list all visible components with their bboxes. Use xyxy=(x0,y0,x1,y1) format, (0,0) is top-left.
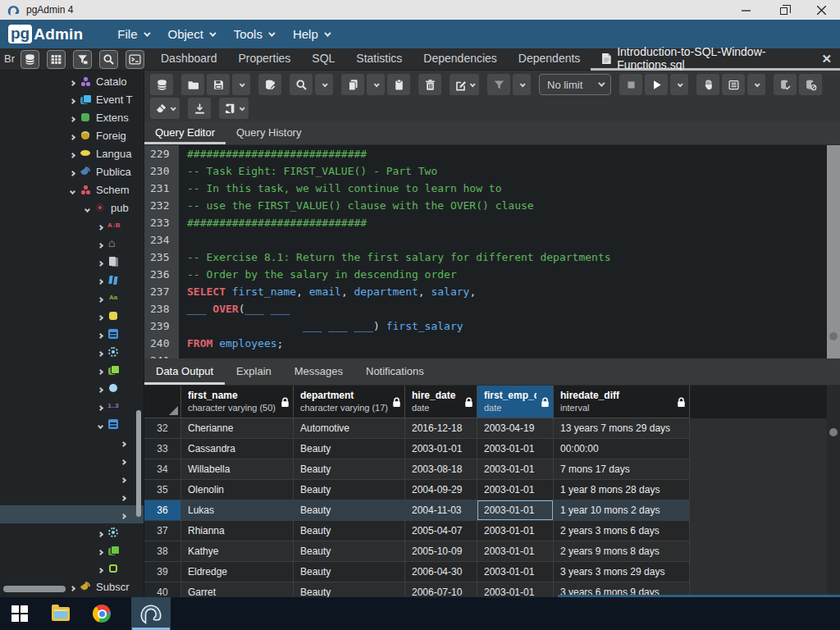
chevron-down-icon[interactable] xyxy=(71,182,75,197)
chevron-right-icon[interactable] xyxy=(98,399,103,413)
tree-item-foreig[interactable]: Foreig xyxy=(0,126,144,144)
table-cell[interactable]: 2006-07-10 xyxy=(405,582,477,597)
tab-data-output[interactable]: Data Output xyxy=(144,358,225,385)
connection-button[interactable] xyxy=(150,74,173,95)
table-cell[interactable]: Rhianna xyxy=(181,521,294,541)
copy-button[interactable] xyxy=(341,74,364,95)
find-button[interactable] xyxy=(290,74,313,95)
table-cell[interactable]: Olenolin xyxy=(181,480,294,500)
save-button[interactable] xyxy=(207,74,230,95)
tree-item[interactable] xyxy=(0,361,144,379)
execute-button[interactable] xyxy=(645,74,668,95)
restore-button[interactable] xyxy=(765,0,802,20)
table-cell[interactable]: 2006-04-30 xyxy=(405,562,477,582)
row-number[interactable]: 38 xyxy=(144,541,181,562)
dropdown-button[interactable] xyxy=(747,74,765,95)
tab-sql-file[interactable]: Introduction-to-SQL-Window-Functions.sql xyxy=(591,48,840,71)
grid-button[interactable] xyxy=(47,50,66,69)
table-cell[interactable]: Beauty xyxy=(294,541,405,562)
row-number[interactable]: 34 xyxy=(144,459,181,480)
chevron-right-icon[interactable] xyxy=(121,489,126,504)
macros-button[interactable] xyxy=(219,98,249,119)
chevron-right-icon[interactable] xyxy=(98,381,103,395)
chevron-right-icon[interactable] xyxy=(71,128,75,143)
menu-help[interactable]: Help xyxy=(293,27,329,41)
tree-item-catalo[interactable]: Catalo xyxy=(0,72,144,90)
row-number[interactable]: 37 xyxy=(144,521,181,541)
chevron-right-icon[interactable] xyxy=(71,74,75,89)
sql-editor[interactable]: 229############################230-- Tas… xyxy=(144,145,840,358)
table-cell[interactable]: Kathye xyxy=(181,541,294,562)
table-cell[interactable]: 2 years 9 mons 8 days xyxy=(554,541,690,562)
chevron-right-icon[interactable] xyxy=(98,345,103,359)
table-cell[interactable]: Beauty xyxy=(294,521,405,541)
table-cell[interactable]: Cassandra xyxy=(181,439,294,459)
table-cell[interactable]: 2005-10-09 xyxy=(405,541,477,562)
table-cell[interactable]: 2004-11-03 xyxy=(405,500,477,521)
filter-button[interactable] xyxy=(487,74,510,95)
close-tab-icon[interactable]: ✕ xyxy=(821,52,832,66)
chevron-right-icon[interactable] xyxy=(98,236,103,251)
tree-item[interactable] xyxy=(0,343,144,361)
chevron-right-icon[interactable] xyxy=(98,543,103,558)
explain-options-button[interactable] xyxy=(722,74,745,95)
table-cell[interactable]: 2003-01-01 xyxy=(477,541,554,562)
tree-item[interactable] xyxy=(0,415,144,433)
table-cell[interactable]: 2003-01-01 xyxy=(477,439,554,459)
commit-button[interactable] xyxy=(774,74,797,95)
column-header-hire_date[interactable]: hire_datedate xyxy=(405,386,477,418)
chevron-right-icon[interactable] xyxy=(98,254,103,269)
chevron-right-icon[interactable] xyxy=(71,164,75,179)
tree-item[interactable] xyxy=(0,559,144,578)
tree-item[interactable] xyxy=(0,523,144,541)
table-cell[interactable]: 3 years 3 mons 29 days xyxy=(554,562,690,582)
chevron-right-icon[interactable] xyxy=(98,525,103,540)
start-button[interactable] xyxy=(3,597,36,630)
dropdown-button[interactable] xyxy=(670,74,688,95)
tree-item[interactable] xyxy=(0,541,144,559)
tab-dependencies[interactable]: Dependencies xyxy=(413,48,508,71)
chevron-down-icon[interactable] xyxy=(85,200,89,215)
table-cell[interactable]: 2003-01-01 xyxy=(477,500,554,521)
editor-scrollbar[interactable] xyxy=(827,145,840,358)
tab-dashboard[interactable]: Dashboard xyxy=(150,48,228,71)
cancel-query-button[interactable] xyxy=(619,74,642,95)
column-header-first_name[interactable]: first_namecharacter varying (50) xyxy=(181,386,294,418)
table-cell[interactable]: 00:00:00 xyxy=(554,439,690,459)
table-cell[interactable]: 2003-08-18 xyxy=(405,459,477,480)
sidebar-vertical-scrollbar[interactable] xyxy=(136,410,141,517)
find-button[interactable] xyxy=(99,50,118,69)
minimize-button[interactable] xyxy=(727,0,765,20)
chevron-right-icon[interactable] xyxy=(98,363,103,377)
dropdown-button[interactable] xyxy=(367,74,385,95)
table-cell[interactable]: Garret xyxy=(181,582,294,597)
table-cell[interactable]: Willabella xyxy=(181,459,294,480)
table-cell[interactable]: 7 mons 17 days xyxy=(554,459,690,480)
tree-item-publica[interactable]: Publica xyxy=(0,162,144,180)
tree-item[interactable] xyxy=(0,451,144,469)
table-cell[interactable]: Beauty xyxy=(294,459,405,480)
edit-button[interactable] xyxy=(450,74,479,95)
table-cell[interactable]: 2003-01-01 xyxy=(477,582,554,597)
table-cell[interactable]: Cherianne xyxy=(181,418,294,439)
chevron-right-icon[interactable] xyxy=(71,579,75,594)
pgadmin-taskbar-button[interactable] xyxy=(131,597,171,630)
delete-button[interactable] xyxy=(418,74,441,95)
rollback-button[interactable] xyxy=(799,74,822,95)
tree-item[interactable] xyxy=(0,325,144,343)
tree-item[interactable] xyxy=(0,379,144,397)
table-cell[interactable]: 2004-09-29 xyxy=(405,480,477,500)
row-number[interactable]: 33 xyxy=(144,439,181,459)
save-data-changes-button[interactable] xyxy=(258,74,281,95)
tab-query-history[interactable]: Query History xyxy=(226,121,312,144)
column-header-department[interactable]: departmentcharacter varying (17) xyxy=(294,386,405,418)
table-cell[interactable]: Beauty xyxy=(294,439,405,459)
tree-item[interactable] xyxy=(0,253,144,271)
tab-notifications[interactable]: Notifications xyxy=(354,358,436,385)
table-cell[interactable]: 2003-01-01 xyxy=(477,480,554,500)
clear-button[interactable] xyxy=(150,98,180,119)
funnel-button[interactable] xyxy=(73,50,92,69)
dropdown-button[interactable] xyxy=(315,74,333,95)
connection-button[interactable] xyxy=(21,50,39,69)
row-number[interactable]: 36 xyxy=(144,500,181,521)
